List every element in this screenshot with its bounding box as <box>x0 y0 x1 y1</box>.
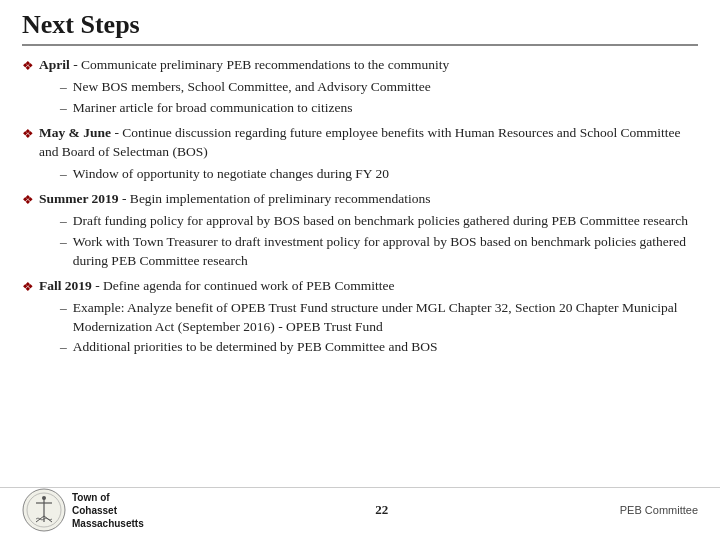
town-name: Town of Cohasset Massachusetts <box>72 491 144 530</box>
dash-icon: – <box>60 99 67 118</box>
summer-sub-1-text: Draft funding policy for approval by BOS… <box>73 212 688 231</box>
fall-text: Fall 2019 - Define agenda for continued … <box>39 277 698 296</box>
svg-point-6 <box>42 496 46 500</box>
page-container: Next Steps ❖ April - Communicate prelimi… <box>0 0 720 373</box>
dash-icon: – <box>60 78 67 97</box>
fall-desc: - Define agenda for continued work of PE… <box>92 278 395 293</box>
diamond-icon: ❖ <box>22 278 34 296</box>
dash-icon: – <box>60 233 67 252</box>
summer-desc: - Begin implementation of preliminary re… <box>119 191 431 206</box>
diamond-icon: ❖ <box>22 191 34 209</box>
main-bullet-fall: ❖ Fall 2019 - Define agenda for continue… <box>22 277 698 296</box>
may-june-desc: - Continue discussion regarding future e… <box>39 125 681 159</box>
april-sub-1: – New BOS members, School Committee, and… <box>60 78 698 97</box>
may-june-term: May & June <box>39 125 111 140</box>
page-title: Next Steps <box>22 10 698 40</box>
page-number: 22 <box>144 502 620 518</box>
fall-sub-1: – Example: Analyze benefit of OPEB Trust… <box>60 299 698 337</box>
fall-sub-2-text: Additional priorities to be determined b… <box>73 338 438 357</box>
bullet-april: ❖ April - Communicate preliminary PEB re… <box>22 56 698 118</box>
dash-icon: – <box>60 165 67 184</box>
summer-sub-1: – Draft funding policy for approval by B… <box>60 212 698 231</box>
april-sub-1-text: New BOS members, School Committee, and A… <box>73 78 431 97</box>
title-divider <box>22 44 698 46</box>
fall-sub-2: – Additional priorities to be determined… <box>60 338 698 357</box>
main-bullet-may-june: ❖ May & June - Continue discussion regar… <box>22 124 698 162</box>
bullet-summer: ❖ Summer 2019 - Begin implementation of … <box>22 190 698 271</box>
summer-sub-2-text: Work with Town Treasurer to draft invest… <box>73 233 698 271</box>
dash-icon: – <box>60 338 67 357</box>
summer-term: Summer 2019 <box>39 191 119 206</box>
april-sub-2-text: Mariner article for broad communication … <box>73 99 353 118</box>
may-june-sub-1-text: Window of opportunity to negotiate chang… <box>73 165 389 184</box>
summer-sub-bullets: – Draft funding policy for approval by B… <box>60 212 698 271</box>
diamond-icon: ❖ <box>22 125 34 143</box>
fall-term: Fall 2019 <box>39 278 92 293</box>
april-desc: - Communicate preliminary PEB recommenda… <box>70 57 449 72</box>
bullet-fall: ❖ Fall 2019 - Define agenda for continue… <box>22 277 698 358</box>
diamond-icon: ❖ <box>22 57 34 75</box>
committee-label: PEB Committee <box>620 504 698 516</box>
may-june-sub-1: – Window of opportunity to negotiate cha… <box>60 165 698 184</box>
main-bullet-april: ❖ April - Communicate preliminary PEB re… <box>22 56 698 75</box>
footer: Town of Cohasset Massachusetts 22 PEB Co… <box>0 487 720 532</box>
april-sub-bullets: – New BOS members, School Committee, and… <box>60 78 698 118</box>
bullet-may-june: ❖ May & June - Continue discussion regar… <box>22 124 698 184</box>
may-june-text: May & June - Continue discussion regardi… <box>39 124 698 162</box>
april-text: April - Communicate preliminary PEB reco… <box>39 56 698 75</box>
dash-icon: – <box>60 212 67 231</box>
town-seal-icon <box>22 488 66 532</box>
fall-sub-1-text: Example: Analyze benefit of OPEB Trust F… <box>73 299 698 337</box>
summer-text: Summer 2019 - Begin implementation of pr… <box>39 190 698 209</box>
dash-icon: – <box>60 299 67 318</box>
may-june-sub-bullets: – Window of opportunity to negotiate cha… <box>60 165 698 184</box>
main-bullet-summer: ❖ Summer 2019 - Begin implementation of … <box>22 190 698 209</box>
april-sub-2: – Mariner article for broad communicatio… <box>60 99 698 118</box>
summer-sub-2: – Work with Town Treasurer to draft inve… <box>60 233 698 271</box>
fall-sub-bullets: – Example: Analyze benefit of OPEB Trust… <box>60 299 698 358</box>
april-term: April <box>39 57 70 72</box>
